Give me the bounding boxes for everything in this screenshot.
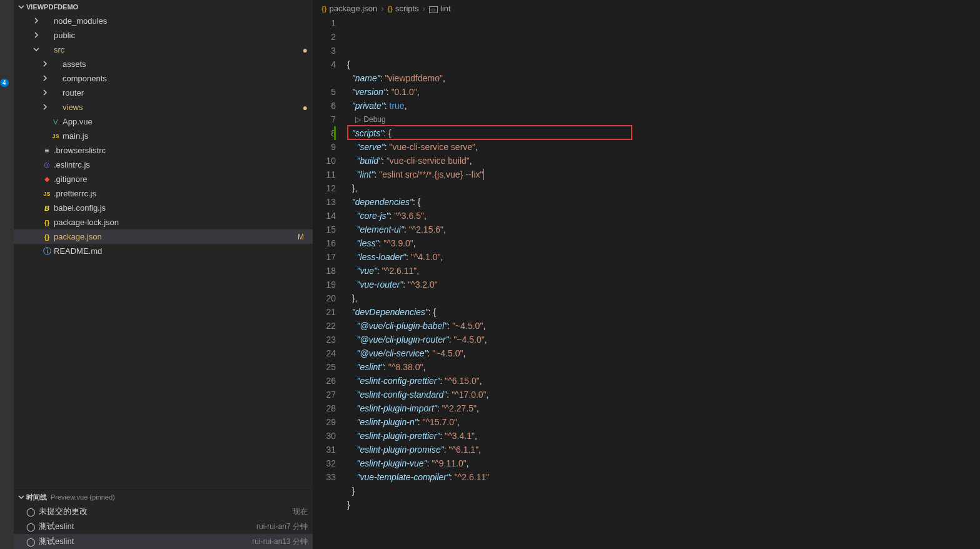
chevron-right-icon bbox=[40, 103, 50, 112]
file-icon bbox=[41, 232, 53, 241]
file-.eslintrc.js[interactable]: ◎.eslintrc.js bbox=[14, 158, 313, 172]
timeline-item[interactable]: ◯测试eslintrui-rui-an7 分钟 bbox=[14, 519, 313, 534]
tree-label: node_modules bbox=[54, 16, 308, 26]
tree-label: .eslintrc.js bbox=[54, 160, 308, 169]
chevron-right-icon bbox=[40, 74, 50, 83]
scm-badge: 4 bbox=[0, 79, 9, 87]
explorer-title: VIEWPDFDEMO bbox=[26, 3, 78, 11]
tree-label: README.md bbox=[54, 246, 308, 256]
explorer-tree[interactable]: node_modulespublicsrc●assetscomponentsro… bbox=[14, 14, 313, 490]
timeline-time: 7 分钟 bbox=[286, 521, 308, 532]
file-icon: V bbox=[50, 118, 61, 126]
modified-dot-icon: ● bbox=[303, 45, 308, 55]
timeline-msg: 测试eslint bbox=[39, 536, 248, 547]
tree-label: assets bbox=[63, 59, 308, 69]
json-icon bbox=[321, 4, 327, 13]
tree-label: views bbox=[63, 103, 300, 112]
chevron-right-icon bbox=[40, 59, 50, 69]
chevron-right-icon: › bbox=[423, 4, 425, 13]
folder-components[interactable]: components bbox=[14, 71, 313, 86]
timeline-pinned-label: Preview.vue (pinned) bbox=[51, 493, 115, 501]
timeline-author: rui-rui-an bbox=[256, 522, 286, 531]
file-.browserslistrc[interactable]: ≡.browserslistrc bbox=[14, 143, 313, 158]
timeline-time: 现在 bbox=[293, 506, 308, 517]
chevron-right-icon bbox=[40, 88, 50, 98]
timeline-title: 时间线 bbox=[26, 493, 47, 502]
chevron-down-icon bbox=[31, 45, 41, 54]
debug-codelens[interactable]: Debug bbox=[363, 113, 385, 126]
tree-label: package.json bbox=[54, 232, 298, 241]
folder-node_modules[interactable]: node_modules bbox=[14, 14, 313, 28]
modified-badge: M bbox=[298, 233, 308, 241]
file-icon: JS bbox=[41, 191, 53, 197]
timeline-time: 13 分钟 bbox=[282, 536, 308, 547]
breadcrumb-lint[interactable]: lint bbox=[429, 4, 451, 13]
chevron-right-icon: › bbox=[381, 4, 383, 13]
activity-bar[interactable]: 4 bbox=[0, 0, 14, 549]
folder-src[interactable]: src● bbox=[14, 43, 313, 57]
file-package-lock.json[interactable]: package-lock.json bbox=[14, 215, 313, 229]
timeline-list: ◯未提交的更改现在◯测试eslintrui-rui-an7 分钟◯测试eslin… bbox=[14, 504, 313, 549]
file-icon: JS bbox=[50, 133, 61, 139]
timeline-item[interactable]: ◯未提交的更改现在 bbox=[14, 504, 313, 519]
folder-router[interactable]: router bbox=[14, 86, 313, 100]
tree-label: components bbox=[63, 74, 308, 83]
timeline-msg: 未提交的更改 bbox=[39, 506, 293, 517]
tree-label: babel.config.js bbox=[54, 203, 308, 213]
code-area[interactable]: 1234567891011121314151617181920212223242… bbox=[313, 16, 980, 549]
folder-assets[interactable]: assets bbox=[14, 57, 313, 71]
file-.prettierrc.js[interactable]: JS.prettierrc.js bbox=[14, 186, 313, 201]
minimap[interactable] bbox=[911, 16, 980, 549]
timeline-msg: 测试eslint bbox=[39, 521, 253, 532]
tree-label: src bbox=[54, 45, 300, 54]
file-.gitignore[interactable]: ◆.gitignore bbox=[14, 172, 313, 186]
breadcrumbs[interactable]: package.json › scripts › lint bbox=[313, 0, 980, 16]
timeline-item[interactable]: ◯测试eslintrui-rui-an13 分钟 bbox=[14, 534, 313, 549]
json-icon bbox=[388, 4, 393, 13]
breadcrumb-scripts[interactable]: scripts bbox=[388, 4, 419, 13]
folder-public[interactable]: public bbox=[14, 28, 313, 43]
line-gutter[interactable]: 1234567891011121314151617181920212223242… bbox=[313, 16, 347, 549]
editor: package.json › scripts › lint 1234567891… bbox=[313, 0, 980, 549]
file-App.vue[interactable]: VApp.vue bbox=[14, 114, 313, 129]
chevron-right-icon bbox=[31, 31, 41, 40]
commit-icon: ◯ bbox=[26, 507, 36, 516]
chevron-down-icon bbox=[16, 4, 26, 10]
file-icon bbox=[41, 218, 53, 227]
file-icon: ⓘ bbox=[41, 246, 53, 257]
tree-label: public bbox=[54, 31, 308, 40]
tree-label: .browserslistrc bbox=[54, 146, 308, 155]
file-icon: ◆ bbox=[41, 175, 53, 183]
timeline-section: 时间线 Preview.vue (pinned) ◯未提交的更改现在◯测试esl… bbox=[14, 490, 313, 549]
commit-icon: ◯ bbox=[26, 522, 36, 531]
tree-label: App.vue bbox=[63, 117, 308, 126]
string-icon bbox=[429, 4, 438, 13]
tree-label: .gitignore bbox=[54, 174, 308, 184]
file-icon: B bbox=[41, 204, 53, 212]
tree-label: router bbox=[63, 88, 308, 98]
breadcrumb-file[interactable]: package.json bbox=[321, 4, 377, 13]
file-icon: ◎ bbox=[41, 161, 53, 169]
play-icon: ▷ bbox=[355, 113, 361, 126]
timeline-author: rui-rui-an bbox=[252, 537, 282, 546]
file-README.md[interactable]: ⓘREADME.md bbox=[14, 244, 313, 258]
file-icon: ≡ bbox=[41, 146, 53, 155]
file-babel.config.js[interactable]: Bbabel.config.js bbox=[14, 201, 313, 215]
chevron-right-icon bbox=[31, 16, 41, 26]
commit-icon: ◯ bbox=[26, 537, 36, 546]
tree-label: package-lock.json bbox=[54, 218, 308, 227]
sidebar: VIEWPDFDEMO node_modulespublicsrc●assets… bbox=[14, 0, 313, 549]
modified-dot-icon: ● bbox=[303, 103, 308, 113]
chevron-down-icon bbox=[16, 494, 26, 500]
file-package.json[interactable]: package.jsonM bbox=[14, 229, 313, 244]
file-main.js[interactable]: JSmain.js bbox=[14, 129, 313, 143]
tree-label: .prettierrc.js bbox=[54, 189, 308, 198]
code-content[interactable]: { "name": "viewpdfdemo", "version": "0.1… bbox=[347, 16, 980, 549]
folder-views[interactable]: views● bbox=[14, 100, 313, 114]
explorer-section-header[interactable]: VIEWPDFDEMO bbox=[14, 0, 313, 14]
timeline-header[interactable]: 时间线 Preview.vue (pinned) bbox=[14, 490, 313, 504]
tree-label: main.js bbox=[63, 131, 308, 141]
